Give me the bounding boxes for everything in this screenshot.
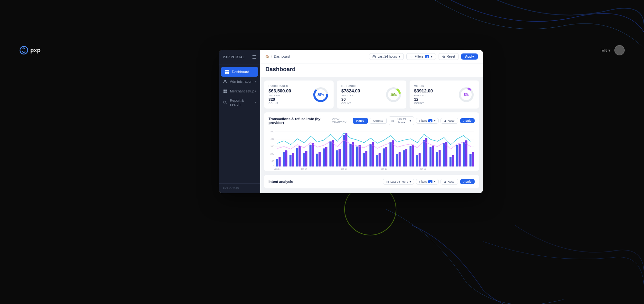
refunds-donut: 10% bbox=[385, 86, 402, 103]
svg-rect-73 bbox=[379, 153, 381, 166]
svg-rect-50 bbox=[303, 153, 305, 166]
apply-button[interactable]: Apply bbox=[461, 53, 478, 60]
svg-text:400: 400 bbox=[270, 138, 274, 140]
svg-rect-65 bbox=[352, 142, 354, 166]
svg-rect-48 bbox=[296, 148, 298, 166]
svg-line-12 bbox=[226, 103, 227, 104]
svg-point-11 bbox=[223, 101, 226, 103]
administration-label: Administration bbox=[230, 80, 252, 83]
intent-apply-button[interactable]: Apply bbox=[460, 179, 475, 184]
tx-filters-button[interactable]: Filters 0 ▾ bbox=[416, 118, 439, 124]
voids-count-sub: COUNT bbox=[414, 102, 433, 105]
svg-rect-3 bbox=[227, 70, 229, 71]
sidebar-item-merchant-setup[interactable]: Merchant setup ▾ bbox=[219, 86, 260, 96]
svg-rect-92 bbox=[443, 143, 445, 166]
svg-text:100: 100 bbox=[270, 160, 274, 162]
reset-label: Reset bbox=[447, 55, 455, 58]
intent-date-filter[interactable]: Last 24 hours ▾ bbox=[383, 179, 414, 185]
refunds-amount: $7824.00 bbox=[341, 88, 360, 93]
svg-rect-101 bbox=[472, 152, 474, 166]
refunds-label: Refunds bbox=[341, 84, 360, 88]
administration-icon bbox=[223, 79, 227, 84]
merchant-setup-icon bbox=[223, 89, 227, 93]
transactions-chart-title: Transactions & refusal rate (by provider… bbox=[269, 117, 332, 125]
voids-label: Voids bbox=[414, 84, 433, 88]
svg-rect-75 bbox=[385, 147, 387, 166]
transactions-chart-section: Transactions & refusal rate (by provider… bbox=[264, 112, 479, 171]
svg-rect-7 bbox=[223, 90, 225, 91]
intent-date-label: Last 24 hours bbox=[390, 180, 408, 183]
svg-text:0: 0 bbox=[273, 165, 274, 167]
tx-apply-button[interactable]: Apply bbox=[460, 118, 475, 123]
stat-card-purchases: Purchases $66,500.00 AMOUNT 320 COUNT 85… bbox=[264, 81, 334, 109]
purchases-count: 320 bbox=[269, 97, 291, 102]
report-search-icon bbox=[223, 100, 227, 105]
svg-rect-9 bbox=[223, 91, 225, 93]
svg-rect-82 bbox=[410, 146, 412, 166]
intent-filters-button[interactable]: Filters 0 ▾ bbox=[416, 179, 439, 185]
svg-text:Jan 04: Jan 04 bbox=[301, 168, 307, 170]
tx-reset-button[interactable]: Reset bbox=[440, 118, 458, 124]
svg-rect-95 bbox=[452, 155, 454, 166]
svg-rect-66 bbox=[356, 147, 358, 166]
svg-rect-61 bbox=[338, 149, 341, 166]
chart-tab-rates[interactable]: Rates bbox=[353, 118, 368, 124]
view-chart-by-label: VIEW CHART BY bbox=[332, 118, 350, 124]
svg-rect-69 bbox=[365, 151, 367, 166]
svg-rect-57 bbox=[325, 147, 327, 166]
svg-rect-80 bbox=[403, 150, 405, 166]
top-bar-right: EN ▾ bbox=[601, 45, 625, 55]
chart-tab-counts[interactable]: Counts bbox=[370, 118, 387, 124]
filters-count-badge: 3 bbox=[425, 55, 429, 58]
stats-row: Purchases $66,500.00 AMOUNT 320 COUNT 85… bbox=[264, 81, 479, 109]
svg-text:Jan 10: Jan 10 bbox=[381, 168, 387, 170]
filters-button[interactable]: Filters 3 ▾ bbox=[406, 53, 436, 60]
header-controls: Last 24 hours ▾ Filters 3 ▾ Reset Apply bbox=[369, 53, 478, 60]
intent-analysis-section: Intent analysis Last 24 hours ▾ Filters … bbox=[264, 175, 479, 188]
tx-chart-date-filter[interactable]: Last 24 hours ▾ bbox=[389, 116, 414, 125]
sidebar-toggle-icon[interactable]: ☰ bbox=[252, 54, 256, 60]
reset-button[interactable]: Reset bbox=[439, 53, 459, 60]
purchases-amount: $66,500.00 bbox=[269, 88, 291, 93]
sidebar-item-report-search[interactable]: Report & search ▾ bbox=[219, 96, 260, 109]
filters-label: Filters bbox=[415, 55, 423, 58]
content-header: 🏠 / Dashboard Last 24 hours ▾ Filters 3 … bbox=[260, 50, 483, 63]
sidebar-item-dashboard[interactable]: Dashboard bbox=[221, 67, 258, 77]
svg-rect-96 bbox=[456, 145, 459, 166]
svg-rect-56 bbox=[323, 148, 325, 166]
svg-rect-79 bbox=[399, 152, 401, 166]
svg-rect-94 bbox=[450, 157, 452, 166]
content-scroll: Purchases $66,500.00 AMOUNT 320 COUNT 85… bbox=[260, 77, 483, 193]
svg-rect-49 bbox=[298, 146, 301, 166]
purchases-donut-label: 85% bbox=[317, 93, 324, 96]
svg-rect-46 bbox=[289, 155, 292, 166]
user-avatar[interactable] bbox=[614, 45, 625, 55]
voids-count: 12 bbox=[414, 97, 433, 102]
svg-rect-47 bbox=[292, 153, 294, 166]
svg-rect-67 bbox=[359, 145, 361, 166]
stat-card-voids: Voids $3912.00 AMOUNT 12 COUNT 5% bbox=[410, 81, 479, 109]
main-window: PXP PORTAL ☰ Dashboard Administration bbox=[219, 50, 483, 193]
tx-date-filter-label: Last 24 hours bbox=[395, 118, 408, 124]
date-filter-button[interactable]: Last 24 hours ▾ bbox=[369, 53, 404, 60]
svg-rect-70 bbox=[369, 144, 372, 166]
breadcrumb-sep: / bbox=[271, 55, 272, 58]
sidebar: PXP PORTAL ☰ Dashboard Administration bbox=[219, 50, 260, 193]
lang-selector[interactable]: EN ▾ bbox=[601, 48, 611, 53]
svg-text:300: 300 bbox=[270, 145, 274, 147]
svg-rect-45 bbox=[285, 150, 288, 166]
sidebar-item-administration[interactable]: Administration ▾ bbox=[219, 77, 260, 86]
voids-amount: $3912.00 bbox=[414, 88, 433, 93]
svg-rect-84 bbox=[416, 155, 418, 166]
svg-rect-58 bbox=[329, 141, 332, 166]
intent-reset-button[interactable]: Reset bbox=[440, 179, 458, 185]
svg-rect-72 bbox=[376, 155, 378, 166]
svg-rect-44 bbox=[283, 152, 285, 166]
page-title-area: Dashboard bbox=[260, 63, 483, 77]
svg-text:Jan 07: Jan 07 bbox=[341, 168, 347, 170]
svg-rect-5 bbox=[227, 72, 229, 74]
svg-rect-89 bbox=[432, 146, 434, 166]
intent-title: Intent analysis bbox=[269, 180, 293, 184]
refunds-donut-label: 10% bbox=[390, 93, 397, 96]
refunds-count-sub: COUNT bbox=[341, 102, 360, 105]
